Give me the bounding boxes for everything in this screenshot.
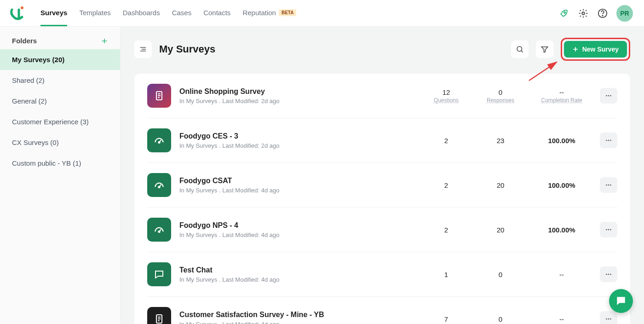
main-nav: Surveys Templates Dashboards Cases Conta… — [40, 0, 296, 26]
svg-line-12 — [521, 51, 523, 52]
nav-contacts[interactable]: Contacts — [203, 0, 230, 26]
metric-completion: -- Completion Rate — [532, 88, 592, 104]
completion-label: Completion Rate — [532, 97, 592, 104]
folder-custom-public[interactable]: Custom public - YB (1) — [0, 153, 120, 174]
svg-point-33 — [158, 231, 160, 232]
settings-icon[interactable] — [578, 8, 589, 19]
completion-value: -- — [532, 315, 592, 323]
survey-row[interactable]: Foodygo NPS - 4 In My Surveys . Last Mod… — [147, 208, 617, 252]
row-actions-button[interactable] — [600, 222, 617, 237]
rocket-icon[interactable] — [558, 8, 569, 19]
responses-value: 0 — [477, 315, 523, 323]
svg-point-5 — [602, 15, 603, 16]
metric-responses: 20 — [477, 226, 523, 234]
beta-badge: BETA — [279, 9, 296, 16]
menu-icon — [139, 45, 147, 53]
survey-row[interactable]: Test Chat In My Surveys . Last Modified:… — [147, 252, 617, 297]
nav-label: Reputation — [242, 9, 276, 17]
row-actions-button[interactable] — [600, 266, 617, 282]
dots-icon — [604, 226, 613, 234]
survey-row[interactable]: Online Shopping Survey In My Surveys . L… — [147, 74, 617, 118]
survey-icon — [147, 307, 171, 324]
svg-point-29 — [606, 185, 607, 186]
add-folder-button[interactable] — [101, 37, 108, 45]
svg-point-28 — [158, 186, 160, 188]
nav-label: Cases — [172, 9, 192, 17]
svg-point-24 — [606, 140, 607, 141]
svg-point-21 — [610, 95, 611, 97]
survey-icon — [147, 84, 171, 108]
app-logo[interactable] — [8, 4, 27, 23]
folder-general[interactable]: General (2) — [0, 91, 120, 111]
dots-icon — [604, 136, 613, 145]
folder-my-surveys[interactable]: My Surveys (20) — [0, 49, 120, 70]
row-actions-button[interactable] — [600, 177, 617, 193]
avatar-initials: PR — [620, 10, 629, 17]
row-actions-button[interactable] — [600, 133, 617, 148]
filter-icon — [540, 45, 549, 53]
metric-completion: 100.00% — [532, 137, 592, 145]
search-button[interactable] — [511, 40, 529, 58]
svg-point-11 — [517, 46, 522, 52]
questions-value: 2 — [423, 181, 469, 189]
user-avatar[interactable]: PR — [616, 5, 633, 22]
survey-info: Foodygo CSAT In My Surveys . Last Modifi… — [179, 177, 415, 194]
new-survey-highlight: New Survey — [561, 38, 630, 61]
responses-label: Responses — [477, 97, 523, 104]
new-survey-button[interactable]: New Survey — [564, 41, 627, 58]
chat-bubble-icon — [615, 295, 627, 307]
new-survey-label: New Survey — [582, 46, 619, 53]
responses-value: 0 — [477, 271, 523, 278]
folder-label: CX Surveys (0) — [12, 139, 59, 146]
chat-fab[interactable] — [609, 289, 633, 313]
folder-shared[interactable]: Shared (2) — [0, 70, 120, 91]
collapse-sidebar-button[interactable] — [134, 40, 152, 58]
search-icon — [516, 45, 524, 53]
nav-surveys[interactable]: Surveys — [40, 0, 67, 26]
nav-reputation[interactable]: Reputation BETA — [242, 0, 296, 26]
filter-button[interactable] — [536, 40, 553, 58]
survey-row[interactable]: Foodygo CES - 3 In My Surveys . Last Mod… — [147, 118, 617, 163]
questions-value: 1 — [423, 271, 469, 278]
nav-label: Dashboards — [123, 9, 160, 17]
survey-row[interactable]: Foodygo CSAT In My Surveys . Last Modifi… — [147, 163, 617, 208]
folder-cx-surveys[interactable]: CX Surveys (0) — [0, 132, 120, 153]
metric-responses: 23 — [477, 137, 523, 145]
svg-point-46 — [610, 318, 611, 320]
survey-subtitle: In My Surveys . Last Modified: 4d ago — [179, 231, 415, 238]
page-title: My Surveys — [159, 43, 504, 55]
svg-point-36 — [610, 229, 611, 231]
svg-point-37 — [606, 274, 607, 275]
folder-label: Custom public - YB (1) — [12, 159, 81, 167]
row-actions-button[interactable] — [600, 311, 617, 324]
survey-title: Test Chat — [179, 266, 415, 274]
folder-label: My Surveys (20) — [12, 56, 64, 64]
svg-point-35 — [608, 229, 610, 231]
svg-point-45 — [608, 318, 610, 320]
survey-subtitle: In My Surveys . Last Modified: 2d ago — [179, 98, 415, 104]
survey-row[interactable]: Customer Satisfaction Survey - Mine - YB… — [147, 297, 617, 324]
metric-responses: 0 Responses — [477, 88, 523, 104]
row-actions-button[interactable] — [600, 88, 617, 104]
nav-dashboards[interactable]: Dashboards — [123, 0, 160, 26]
survey-title: Customer Satisfaction Survey - Mine - YB — [179, 311, 415, 319]
responses-value: 20 — [477, 181, 523, 189]
metric-completion: -- — [532, 315, 592, 323]
folder-customer-experience[interactable]: Customer Experience (3) — [0, 111, 120, 132]
nav-templates[interactable]: Templates — [79, 0, 110, 26]
help-icon[interactable] — [597, 8, 608, 19]
main-area: My Surveys New Survey Online Shopping Su… — [121, 27, 644, 324]
responses-value: 23 — [477, 137, 523, 145]
nav-label: Contacts — [203, 9, 230, 17]
svg-point-30 — [608, 185, 610, 186]
nav-cases[interactable]: Cases — [172, 0, 192, 26]
svg-point-38 — [608, 274, 610, 275]
metric-questions: 12 Questions — [423, 88, 469, 104]
completion-value: -- — [532, 271, 592, 278]
survey-title: Foodygo CSAT — [179, 177, 415, 185]
topbar-actions: PR — [558, 5, 633, 22]
survey-info: Test Chat In My Surveys . Last Modified:… — [179, 266, 415, 283]
completion-value: 100.00% — [532, 181, 592, 189]
folders-heading: Folders — [12, 37, 37, 45]
plus-icon — [101, 37, 108, 45]
